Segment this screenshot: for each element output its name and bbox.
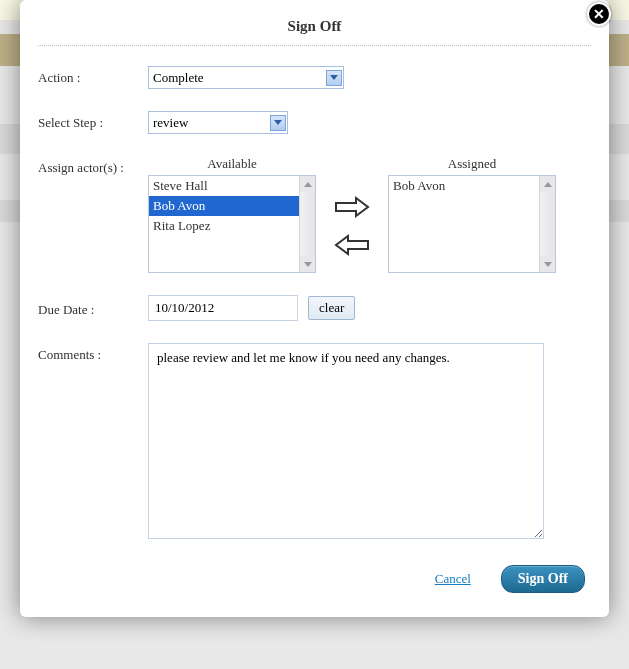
clear-button[interactable]: clear	[308, 296, 355, 320]
assign-actors-label: Assign actor(s) :	[38, 156, 148, 176]
list-item[interactable]: Steve Hall	[149, 176, 299, 196]
list-item[interactable]: Bob Avon	[149, 196, 299, 216]
available-header: Available	[148, 156, 316, 172]
due-date-input[interactable]	[148, 295, 298, 321]
close-button[interactable]: ✕	[587, 2, 611, 26]
cancel-button[interactable]: Cancel	[435, 571, 471, 587]
assign-arrow-right-icon[interactable]	[334, 195, 370, 219]
comments-label: Comments :	[38, 343, 148, 363]
modal-title: Sign Off	[38, 0, 591, 45]
scrollbar[interactable]	[539, 176, 555, 272]
assigned-actors-list[interactable]: Bob Avon	[388, 175, 556, 273]
available-actors-list[interactable]: Steve HallBob AvonRita Lopez	[148, 175, 316, 273]
step-label: Select Step :	[38, 111, 148, 131]
divider	[38, 45, 591, 46]
list-item[interactable]: Rita Lopez	[149, 216, 299, 236]
action-select[interactable]: Complete	[148, 66, 344, 89]
comments-textarea[interactable]	[148, 343, 544, 539]
due-date-label: Due Date :	[38, 298, 148, 318]
unassign-arrow-left-icon[interactable]	[334, 233, 370, 257]
scrollbar[interactable]	[299, 176, 315, 272]
sign-off-modal: ✕ Sign Off Action : Complete Select Step…	[20, 0, 609, 617]
sign-off-button[interactable]: Sign Off	[501, 565, 585, 593]
action-label: Action :	[38, 66, 148, 86]
list-item[interactable]: Bob Avon	[389, 176, 539, 196]
assigned-header: Assigned	[388, 156, 556, 172]
step-select[interactable]: review	[148, 111, 288, 134]
